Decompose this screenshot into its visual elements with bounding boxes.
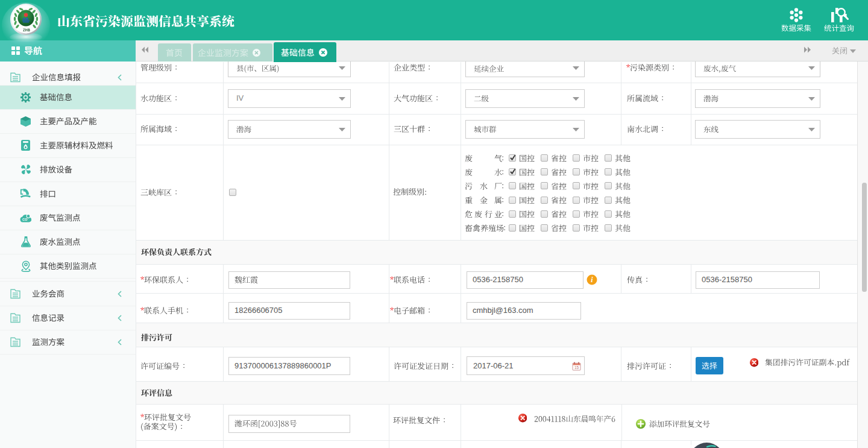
svg-text:CO: CO	[22, 218, 28, 221]
svg-text:15: 15	[574, 365, 579, 370]
